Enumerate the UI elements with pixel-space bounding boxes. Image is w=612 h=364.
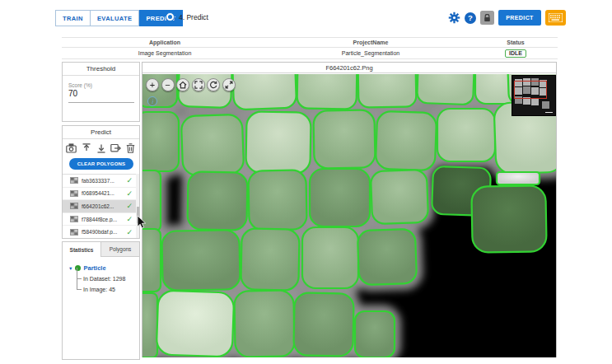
predict-title: Predict (63, 126, 139, 139)
fullscreen-button[interactable] (222, 78, 236, 91)
project-table: Application ProjectName Status Image Seg… (62, 37, 558, 59)
file-row-2-selected[interactable]: f664201c62... ✓ (63, 200, 139, 213)
file-name: f58490bdaf.p... (82, 229, 126, 235)
info-icon[interactable]: i (147, 96, 157, 106)
statistics-panel: Statistics Polygons ▼ Particle In Datase… (62, 241, 140, 360)
particle-polygon (234, 290, 294, 357)
tab-statistics[interactable]: Statistics (63, 242, 101, 257)
particle-polygon (293, 292, 353, 356)
tab-polygons[interactable]: Polygons (101, 242, 139, 257)
application-value: Image Segmentation (62, 50, 268, 56)
particle-polygon (142, 170, 161, 231)
rotate-button[interactable] (207, 78, 220, 91)
check-icon: ✓ (126, 176, 133, 184)
zoom-out-button[interactable]: − (161, 78, 175, 91)
predict-run-button[interactable]: PREDICT (498, 10, 541, 26)
particle-polygon (241, 228, 299, 290)
check-icon: ✓ (126, 228, 133, 236)
fit-view-button[interactable] (192, 78, 205, 91)
particle-polygon (417, 74, 474, 105)
step-indicator: 4. Predict (166, 12, 208, 21)
topbar-actions: ? PREDICT (448, 10, 566, 26)
minimap-scalebar (545, 112, 553, 114)
file-thumbnail-icon (70, 190, 78, 197)
viewer-image-title: F664201c62.Png (142, 63, 556, 73)
particle-polygon (355, 311, 395, 357)
project-table-row[interactable]: Image Segmentation Particle_Segmentation… (62, 48, 558, 59)
stat-in-image: In Image: 45 (75, 284, 125, 295)
file-row-1[interactable]: f068954421... ✓ (63, 188, 139, 201)
zoom-in-button[interactable]: + (146, 78, 159, 91)
export-polygons-icon[interactable] (110, 143, 121, 154)
home-button[interactable] (176, 78, 189, 91)
particle-polygon (357, 229, 417, 285)
statistics-tab-bar: Statistics Polygons (63, 242, 139, 257)
file-thumbnail-icon (70, 177, 78, 184)
col-application: Application (62, 40, 268, 45)
score-input-underline (68, 102, 134, 103)
keyboard-icon (549, 13, 563, 22)
tree-expander-icon[interactable]: ▼ (68, 266, 72, 271)
particle-polygon (142, 293, 157, 357)
class-name: Particle (83, 264, 105, 272)
particle-polygon (181, 114, 244, 176)
file-name: f664201c62... (82, 203, 126, 209)
particle-polygon (142, 229, 161, 292)
minimap-viewport-rect[interactable] (514, 81, 547, 99)
segmented-image-canvas[interactable]: + − i (142, 74, 556, 357)
step-radio[interactable] (166, 12, 175, 21)
particle-polygon (310, 169, 370, 226)
stat-in-dataset: In Dataset: 1298 (75, 273, 125, 284)
check-icon: ✓ (126, 215, 133, 223)
threshold-panel: Threshold Score (%) 70 (62, 62, 140, 122)
file-row-3[interactable]: f78844f8ce.p... ✓ (63, 213, 139, 226)
segmentation-overlay (142, 74, 556, 357)
prediction-file-list: fab3633337... ✓ f068954421... ✓ f664201c… (63, 174, 139, 238)
threshold-title: Threshold (63, 63, 139, 76)
file-thumbnail-icon (70, 216, 78, 222)
camera-icon[interactable] (66, 143, 77, 154)
particle-polygon (497, 172, 540, 184)
minimap-particle (531, 98, 539, 105)
tab-train[interactable]: TRAIN (55, 10, 91, 26)
particle-polygon (471, 185, 546, 253)
project-table-header: Application ProjectName Status (62, 37, 558, 48)
particle-polygon (157, 290, 235, 357)
clear-polygons-button[interactable]: CLEAR POLYGONS (69, 158, 133, 170)
particle-polygon (248, 170, 306, 230)
mode-tab-group: TRAIN EVALUATE PREDICT (55, 10, 183, 26)
image-viewer-panel: F664201c62.Png + − i (142, 62, 557, 357)
particle-polygon (313, 110, 375, 168)
navigator-minimap[interactable] (512, 76, 555, 115)
viewer-zoom-controls: + − (146, 78, 236, 91)
particle-polygon (142, 112, 179, 171)
file-list-scrollbar[interactable] (136, 174, 139, 238)
col-status: Status (474, 40, 558, 45)
particle-polygon (376, 111, 437, 170)
lock-button[interactable] (480, 11, 494, 25)
upload-icon[interactable] (81, 143, 91, 154)
help-icon[interactable]: ? (465, 12, 476, 24)
particle-polygon (358, 74, 417, 108)
particle-polygon (245, 111, 311, 173)
particle-polygon (232, 74, 297, 110)
particle-polygon (302, 227, 358, 288)
lock-icon (484, 14, 491, 22)
class-tree: ▼ Particle In Dataset: 1298 In Image: 45 (68, 264, 125, 295)
particle-polygon (371, 170, 428, 224)
keyboard-button[interactable] (545, 10, 566, 26)
check-icon: ✓ (126, 202, 133, 210)
status-badge: IDLE (505, 49, 526, 58)
score-input[interactable]: 70 (68, 89, 77, 98)
file-name: f78844f8ce.p... (82, 217, 126, 222)
particle-polygon (297, 74, 357, 110)
settings-gear-icon[interactable] (448, 12, 460, 24)
download-icon[interactable] (96, 143, 106, 154)
file-row-4[interactable]: f58490bdaf.p... ✓ (63, 226, 139, 238)
delete-icon[interactable] (125, 143, 136, 154)
projectname-value: Particle_Segmentation (268, 50, 474, 56)
particle-polygon (161, 230, 240, 291)
tab-evaluate[interactable]: EVALUATE (91, 10, 140, 26)
minimap-particle (542, 101, 549, 109)
file-row-0[interactable]: fab3633337... ✓ (63, 175, 139, 188)
